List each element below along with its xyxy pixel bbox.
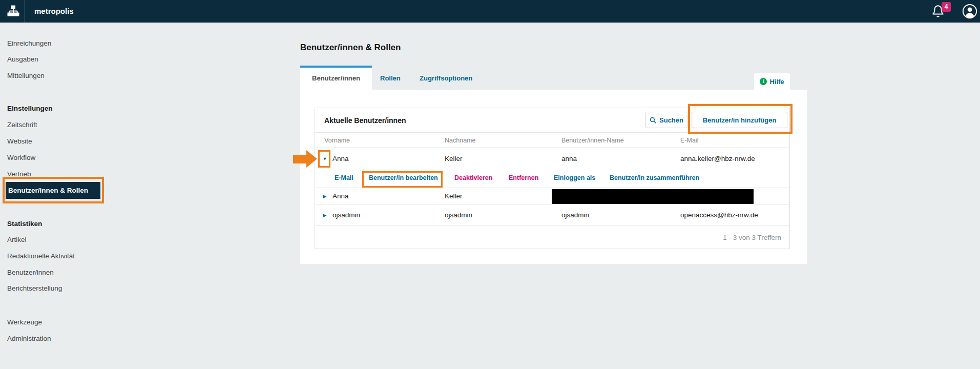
cell-vorname: Anna [332,188,349,204]
cell-nachname: Keller [445,148,463,170]
row-action-links: E-Mail Benutzer/in bearbeiten Deaktivier… [315,170,789,188]
tab-benutzer-innen[interactable]: Benutzer/innen [300,66,372,90]
table-header-row: Vorname Nachname Benutzer/innen-Name E-M… [315,133,789,148]
sidebar-item-einreichungen[interactable]: Einreichungen [7,39,51,48]
redaction-black-box [552,189,754,204]
action-deactivate[interactable]: Deaktivieren [454,170,492,187]
add-user-button[interactable]: Benutzer/in hinzufügen [692,112,787,128]
sidebar-item-mitteilungen[interactable]: Mitteilungen [7,71,45,80]
action-remove[interactable]: Entfernen [509,170,538,187]
row-expand-toggle-icon[interactable]: ▼ [320,148,330,170]
table-row: ▶ ojsadmin ojsadmin ojsadmin openaccess@… [315,204,789,226]
sidebar-item-berichtserstellung[interactable]: Berichtserstellung [7,284,62,293]
tab-zugriffsoptionen[interactable]: Zugriffsoptionen [420,66,472,90]
sidebar-section-einstellungen: Einstellungen [7,104,53,113]
help-info-icon: i [760,78,767,85]
cell-vorname: Anna [332,148,349,170]
topbar: metropolis 4 [0,0,980,23]
cell-nachname: ojsadmin [445,204,472,226]
sidebar-item-benutzer-rollen-active[interactable]: Benutzer/innen & Rollen [6,182,100,199]
sidebar-nav: Einreichungen Ausgaben Mitteilungen Eins… [0,23,123,369]
row-expand-toggle-icon[interactable]: ▶ [320,204,330,226]
cell-username: anna [561,148,577,170]
cell-email: anna.keller@hbz-nrw.de [680,148,755,170]
column-benutzername: Benutzer/innen-Name [561,133,624,148]
column-nachname: Nachname [445,133,475,148]
action-login-as[interactable]: Einloggen als [554,170,595,187]
search-icon [650,117,656,124]
topbar-divider [24,0,25,23]
cell-nachname: Keller [445,188,463,204]
sidebar-item-vertrieb[interactable]: Vertrieb [7,170,31,179]
journal-brand[interactable]: metropolis [34,0,74,23]
sitemap-icon[interactable] [7,5,19,17]
help-button[interactable]: i Hilfe [754,73,790,90]
cell-vorname: ojsadmin [332,204,360,226]
page-title: Benutzer/innen & Rollen [300,43,401,53]
search-button[interactable]: Suchen [645,112,687,128]
cell-username: ojsadmin [561,204,589,226]
table-row: ▼ Anna Keller anna anna.keller@hbz-nrw.d… [315,148,789,170]
action-merge-user[interactable]: Benutzer/in zusammenführen [610,170,699,187]
sidebar-item-website[interactable]: Website [7,137,32,146]
users-grid-panel: Aktuelle Benutzer/innen Suchen Benutzer/… [315,108,790,249]
sidebar-item-benutzer-innen[interactable]: Benutzer/innen [7,268,54,277]
sidebar-item-workflow[interactable]: Workflow [7,153,35,162]
search-button-label: Suchen [659,116,683,124]
add-user-button-label: Benutzer/in hinzufügen [703,116,777,124]
results-summary: 1 - 3 von 3 Treffern [315,226,789,249]
row-expand-toggle-icon[interactable]: ▶ [320,188,330,204]
table-row: ▶ Anna Keller [315,188,789,204]
user-profile-icon[interactable] [962,4,977,19]
column-vorname: Vorname [324,133,350,148]
action-edit-user[interactable]: Benutzer/in bearbeiten [369,170,438,187]
column-email: E-Mail [680,133,698,148]
sidebar-item-ausgaben[interactable]: Ausgaben [7,55,38,64]
cell-email: openaccess@hbz-nrw.de [680,204,758,226]
sidebar-item-werkzeuge[interactable]: Werkzeuge [7,318,42,327]
sidebar-section-statistiken: Statistiken [7,219,42,229]
sidebar-item-redaktionelle-aktivitaet[interactable]: Redaktionelle Aktivität [7,252,75,261]
panel-title: Aktuelle Benutzer/innen [324,108,406,133]
panel-header: Aktuelle Benutzer/innen Suchen Benutzer/… [315,108,789,133]
notification-count-badge: 4 [942,2,951,12]
sidebar-item-artikel[interactable]: Artikel [7,235,27,244]
sidebar-item-administration[interactable]: Administration [7,334,51,343]
sidebar-item-zeitschrift[interactable]: Zeitschrift [7,120,37,130]
help-label: Hilfe [769,78,784,86]
tab-rollen[interactable]: Rollen [380,66,401,90]
action-email[interactable]: E-Mail [335,170,353,187]
